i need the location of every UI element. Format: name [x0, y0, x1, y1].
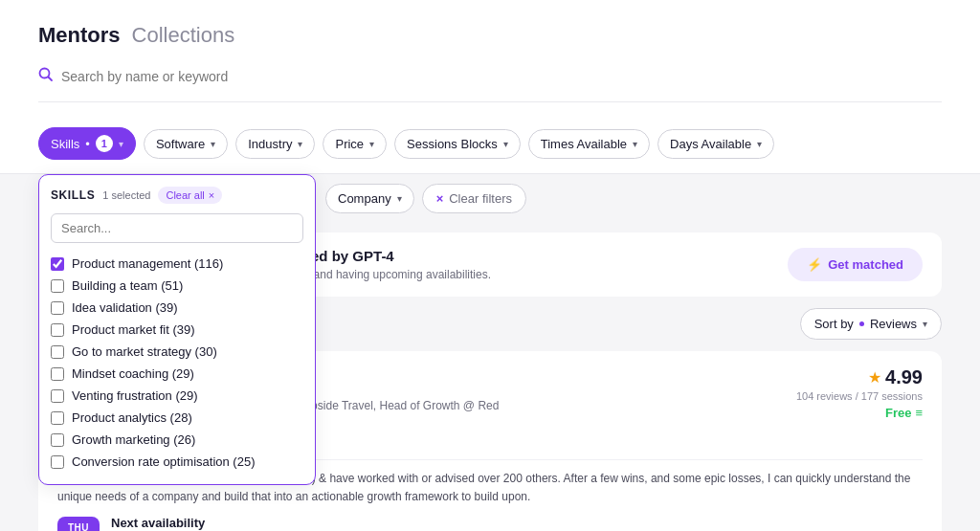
- skill-list-item[interactable]: Go to market strategy (30): [51, 341, 303, 363]
- skill-checkbox[interactable]: [51, 455, 64, 469]
- clear-filters-button[interactable]: × Clear filters: [422, 184, 526, 213]
- sessions-blocks-chevron-icon: ▾: [503, 139, 508, 149]
- star-icon: ★: [868, 368, 881, 387]
- calendar-block: THU 25: [57, 517, 100, 531]
- skill-list-item[interactable]: Product analytics (28): [51, 407, 303, 429]
- skills-panel-area: SKILLS 1 selected Clear all × Product ma…: [0, 174, 980, 531]
- skill-label: Building a team (51): [72, 278, 183, 293]
- skill-checkbox[interactable]: [51, 257, 64, 271]
- skill-checkbox[interactable]: [51, 345, 64, 359]
- skill-label: Growth marketing (26): [72, 432, 195, 447]
- company-chevron-icon: ▾: [397, 193, 402, 204]
- price-lines-icon: ≡: [915, 406, 923, 420]
- industry-label: Industry: [248, 137, 292, 151]
- sessions-blocks-label: Sessions Blocks: [407, 137, 498, 151]
- header-nav: Mentors Collections: [38, 23, 942, 48]
- nav-mentors[interactable]: Mentors: [38, 23, 121, 48]
- times-available-label: Times Available: [541, 137, 627, 151]
- price-label: Price: [335, 137, 364, 151]
- skill-checkbox[interactable]: [51, 367, 64, 381]
- calendar-day-name: THU: [67, 522, 90, 531]
- search-icon: [38, 67, 54, 86]
- sort-button[interactable]: Sort by Reviews ▾: [800, 308, 942, 340]
- sort-label: Sort by: [814, 317, 854, 331]
- search-input[interactable]: [61, 69, 348, 84]
- search-bar: [38, 67, 942, 102]
- price-value: Free: [885, 406, 911, 420]
- skill-list-item[interactable]: Product management (116): [51, 253, 303, 275]
- skill-list-item[interactable]: Venting frustration (29): [51, 385, 303, 407]
- skill-label: Go to market strategy (30): [72, 344, 217, 359]
- skills-panel-header: SKILLS 1 selected Clear all ×: [51, 187, 303, 204]
- clear-all-x-icon: ×: [209, 189, 214, 201]
- skill-label: Product management (116): [72, 256, 223, 271]
- skills-label: Skills: [51, 137, 79, 151]
- times-available-chevron-icon: ▾: [633, 139, 637, 149]
- days-available-chevron-icon: ▾: [757, 139, 762, 149]
- clear-all-button[interactable]: Clear all ×: [158, 187, 222, 204]
- skills-filter-button[interactable]: Skills • 1 ▾: [38, 127, 136, 160]
- software-filter-button[interactable]: Software ▾: [144, 129, 228, 159]
- skill-list-item[interactable]: Idea validation (39): [51, 297, 303, 319]
- skill-list-item[interactable]: Mindset coaching (29): [51, 363, 303, 385]
- industry-filter-button[interactable]: Industry ▾: [235, 129, 315, 159]
- clear-filters-x-icon: ×: [436, 191, 444, 206]
- skill-checkbox[interactable]: [51, 301, 64, 315]
- skill-label: Mindset coaching (29): [72, 366, 194, 381]
- skill-list-item[interactable]: Growth marketing (26): [51, 429, 303, 451]
- price-chevron-icon: ▾: [369, 139, 374, 149]
- sort-dot-icon: [859, 321, 864, 326]
- get-matched-button[interactable]: ⚡ Get matched: [788, 248, 923, 281]
- availability-info: Next availability in 2 days January • 12…: [111, 516, 227, 531]
- skill-list-item[interactable]: Conversion rate optimisation (25): [51, 451, 303, 473]
- skill-label: Product market fit (39): [72, 322, 195, 337]
- skill-label: Idea validation (39): [72, 300, 178, 315]
- skills-search-input[interactable]: [51, 213, 303, 243]
- rating-value: 4.99: [885, 366, 923, 388]
- skill-label: Product analytics (28): [72, 410, 192, 425]
- skill-list-item[interactable]: Building a team (51): [51, 275, 303, 297]
- lightning-icon: ⚡: [807, 257, 822, 272]
- days-available-label: Days Available: [670, 137, 751, 151]
- times-available-filter-button[interactable]: Times Available ▾: [528, 129, 650, 159]
- nav-collections[interactable]: Collections: [132, 23, 235, 48]
- industry-chevron-icon: ▾: [298, 139, 302, 149]
- skill-checkbox[interactable]: [51, 323, 64, 337]
- sessions-blocks-filter-button[interactable]: Sessions Blocks ▾: [394, 129, 521, 159]
- skills-count-badge: 1: [96, 135, 113, 152]
- skills-dot: •: [85, 137, 90, 151]
- skills-chevron-icon: ▾: [119, 139, 123, 149]
- skill-checkbox[interactable]: [51, 389, 64, 403]
- reviews-text: 104 reviews / 177 sessions: [796, 390, 923, 402]
- skill-checkbox[interactable]: [51, 411, 64, 425]
- software-chevron-icon: ▾: [211, 139, 215, 149]
- days-available-filter-button[interactable]: Days Available ▾: [657, 129, 774, 159]
- skill-checkbox[interactable]: [51, 279, 64, 293]
- free-badge: Free ≡: [796, 406, 923, 420]
- svg-line-1: [49, 77, 53, 81]
- skill-list-item[interactable]: Product market fit (39): [51, 319, 303, 341]
- next-availability-label: Next availability: [111, 516, 227, 530]
- get-matched-label: Get matched: [828, 257, 903, 272]
- clear-filters-label: Clear filters: [449, 191, 512, 206]
- software-label: Software: [156, 137, 205, 151]
- skills-dropdown-panel: SKILLS 1 selected Clear all × Product ma…: [38, 174, 316, 485]
- skill-label: Conversion rate optimisation (25): [72, 454, 255, 469]
- price-filter-button[interactable]: Price ▾: [323, 129, 387, 159]
- skills-selected-count: 1 selected: [102, 189, 150, 201]
- filter-bar: Skills • 1 ▾ Software ▾ Industry ▾ Price…: [0, 114, 980, 174]
- skill-label: Venting frustration (29): [72, 388, 198, 403]
- company-label: Company: [338, 191, 391, 206]
- company-filter-button[interactable]: Company ▾: [325, 184, 414, 213]
- skill-checkbox[interactable]: [51, 433, 64, 447]
- mentor-rating-block: ★ 4.99 104 reviews / 177 sessions Free ≡: [796, 366, 923, 420]
- skills-list: Product management (116)Building a team …: [51, 253, 303, 473]
- sort-value: Reviews: [870, 317, 917, 331]
- next-availability: THU 25 Next availability in 2 days Janua…: [57, 516, 923, 531]
- skills-panel-title: SKILLS: [51, 188, 95, 202]
- sort-chevron-icon: ▾: [923, 319, 927, 329]
- clear-all-label: Clear all: [166, 189, 204, 201]
